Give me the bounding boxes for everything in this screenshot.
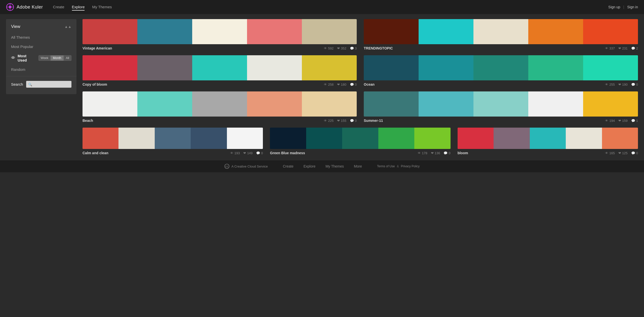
svg-point-1 [9, 6, 12, 9]
color-swatch [137, 91, 192, 117]
footer-my-themes[interactable]: My Themes [326, 164, 344, 168]
comments-stat: 💬 0 [350, 119, 357, 123]
color-swatch [137, 19, 192, 44]
nav-explore[interactable]: Explore [72, 4, 85, 11]
terms-link[interactable]: Terms of Use [377, 165, 395, 168]
likes-stat: ❤ 190 [618, 83, 628, 86]
time-week[interactable]: Week [38, 55, 51, 61]
main-layout: View ▲▲ All Themes Most Popular 👁 Most U… [0, 14, 644, 160]
theme-card[interactable]: Vintage American👁 592❤ 352💬 3 [83, 19, 357, 50]
signup-link[interactable]: Sign up [608, 5, 620, 9]
svg-text:CC: CC [225, 165, 228, 168]
comment-icon: 💬 [444, 151, 448, 155]
app-header: Adobe Kuler Create Explore My Themes Sig… [0, 0, 644, 14]
theme-card[interactable]: Ocean👁 255❤ 190💬 0 [364, 55, 638, 86]
footer-explore[interactable]: Explore [303, 164, 315, 168]
likes-stat: ❤ 125 [618, 151, 628, 155]
sidebar-header: View ▲▲ [6, 23, 76, 33]
theme-card[interactable]: TRENDINGTOPIC👁 337❤ 231💬 2 [364, 19, 638, 50]
footer-create[interactable]: Create [283, 164, 293, 168]
views-stat: 👁 337 [605, 46, 615, 50]
logo[interactable]: Adobe Kuler [6, 3, 43, 11]
bottom-themes-row: Calm and clean👁 193❤ 149💬 0Green Blue ma… [83, 128, 638, 155]
color-swatch [473, 19, 528, 44]
theme-card[interactable]: Beach👁 225❤ 155💬 0 [83, 91, 357, 123]
nav-my-themes[interactable]: My Themes [92, 4, 112, 11]
comments-stat: 💬 0 [631, 83, 638, 86]
theme-card[interactable]: bloom👁 165❤ 125💬 0 [458, 128, 638, 155]
auth-area: Sign up | Sign in [608, 5, 638, 9]
likes-stat: ❤ 149 [243, 151, 253, 155]
theme-card[interactable]: Green Blue madness👁 178❤ 136💬 0 [270, 128, 450, 155]
theme-meta: Ocean👁 255❤ 190💬 0 [364, 82, 638, 86]
color-swatch [83, 19, 137, 44]
comment-icon: 💬 [631, 151, 635, 155]
color-swatch [270, 128, 306, 149]
most-popular-label: Most Popular [11, 44, 33, 49]
color-palette [364, 55, 638, 80]
color-swatch [302, 19, 357, 44]
color-swatch [191, 128, 227, 149]
footer-more[interactable]: More [354, 164, 362, 168]
eye-icon: 👁 [324, 119, 327, 123]
comments-stat: 💬 2 [631, 46, 638, 50]
view-panel: View ▲▲ All Themes Most Popular 👁 Most U… [6, 19, 76, 94]
sidebar-item-all-themes[interactable]: All Themes [6, 33, 76, 42]
time-all[interactable]: All [64, 55, 71, 61]
time-month[interactable]: Month [51, 55, 63, 61]
theme-card[interactable]: Summer-11👁 194❤ 159💬 1 [364, 91, 638, 123]
likes-stat: ❤ 155 [337, 119, 346, 123]
theme-card[interactable]: Copy of bloom👁 258❤ 180💬 0 [83, 55, 357, 86]
theme-card[interactable]: Calm and clean👁 193❤ 149💬 0 [83, 128, 263, 155]
sidebar-item-most-popular[interactable]: Most Popular [6, 42, 76, 51]
likes-stat: ❤ 231 [618, 46, 628, 50]
heart-icon: ❤ [618, 151, 621, 155]
collapse-icon[interactable]: ▲▲ [64, 25, 71, 29]
color-swatch [473, 91, 528, 117]
color-swatch [83, 128, 118, 149]
heart-icon: ❤ [337, 119, 340, 123]
search-input[interactable] [26, 81, 71, 88]
theme-name: Green Blue madness [270, 151, 414, 155]
heart-icon: ❤ [337, 83, 340, 86]
color-palette [83, 55, 357, 80]
kuler-icon [6, 3, 14, 11]
privacy-link[interactable]: Privacy Policy [401, 165, 420, 168]
comments-stat: 💬 0 [444, 151, 450, 155]
heart-icon: ❤ [618, 83, 621, 86]
comment-icon: 💬 [631, 83, 635, 86]
color-swatch [419, 19, 473, 44]
sidebar-item-random[interactable]: Random [6, 65, 76, 74]
views-stat: 👁 225 [324, 119, 334, 123]
nav-create[interactable]: Create [53, 4, 64, 11]
color-palette [270, 128, 450, 149]
theme-name: Copy of bloom [83, 82, 320, 86]
views-stat: 👁 255 [605, 83, 615, 86]
cc-icon: CC [224, 164, 229, 169]
theme-name: Beach [83, 119, 320, 123]
color-swatch [247, 55, 302, 80]
color-swatch [364, 55, 419, 80]
eye-icon: 👁 [605, 151, 608, 155]
color-swatch [528, 91, 583, 117]
footer-legal: Terms of Use & Privacy Policy [377, 165, 420, 168]
color-swatch [528, 55, 583, 80]
footer-brand: CC A Creative Cloud Service [224, 164, 268, 169]
random-label: Random [11, 67, 25, 72]
signin-link[interactable]: Sign in [627, 5, 638, 9]
comment-icon: 💬 [350, 46, 354, 50]
theme-name: bloom [458, 151, 602, 155]
color-swatch [306, 128, 342, 149]
sidebar: View ▲▲ All Themes Most Popular 👁 Most U… [6, 19, 76, 155]
comment-icon: 💬 [350, 119, 354, 123]
time-filter: Week Month All [38, 55, 71, 61]
color-swatch [83, 91, 137, 117]
theme-meta: Copy of bloom👁 258❤ 180💬 0 [83, 82, 357, 86]
themes-grid: Vintage American👁 592❤ 352💬 3TRENDINGTOP… [83, 19, 638, 123]
all-themes-label: All Themes [11, 35, 30, 39]
color-swatch [528, 19, 583, 44]
color-swatch [414, 128, 450, 149]
theme-meta: Calm and clean👁 193❤ 149💬 0 [83, 151, 263, 155]
comment-icon: 💬 [631, 46, 635, 50]
sidebar-item-most-used[interactable]: 👁 Most Used Week Month All [6, 51, 76, 65]
